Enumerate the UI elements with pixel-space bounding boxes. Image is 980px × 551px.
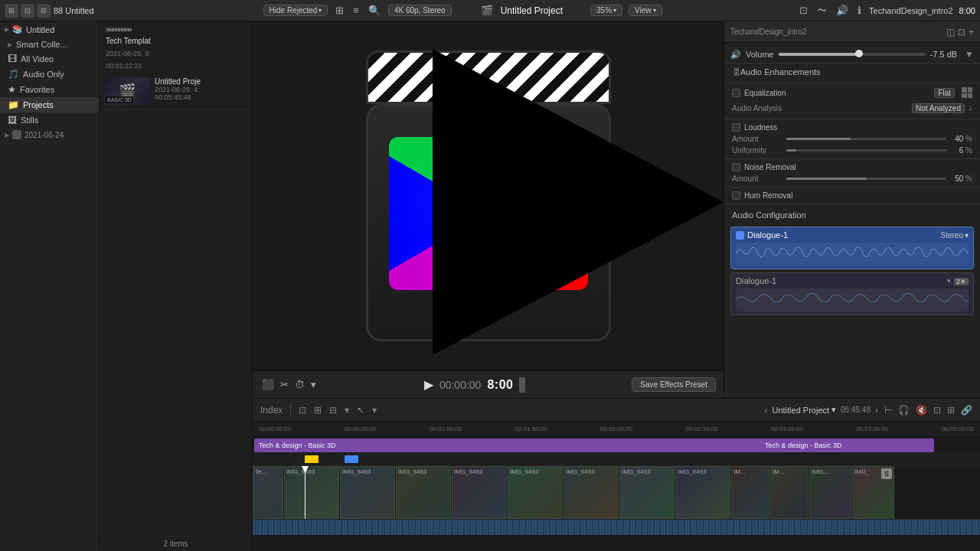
uniformity-row: Uniformity 6 % bbox=[724, 145, 980, 156]
video-clip-0[interactable]: Te... bbox=[253, 466, 283, 519]
video-clip-12[interactable]: IMG_ S bbox=[852, 466, 894, 519]
clapper-screen bbox=[389, 137, 588, 290]
app-icon-1[interactable]: ⊞ bbox=[5, 4, 18, 18]
preview-canvas[interactable] bbox=[253, 21, 724, 370]
video-clip-9[interactable]: IM... bbox=[731, 466, 769, 519]
vol-expand-icon[interactable]: ▼ bbox=[965, 49, 974, 60]
list-view-icon[interactable]: ≡ bbox=[351, 3, 361, 18]
inspector-icon-1[interactable]: ◫ bbox=[946, 27, 955, 37]
waveform-icon[interactable]: 〜 bbox=[815, 2, 828, 19]
noise-amount-row: Amount 50 % bbox=[724, 173, 980, 184]
video-clip-4[interactable]: IMG_9493 bbox=[452, 466, 507, 519]
inspector-icon-3[interactable]: + bbox=[969, 27, 974, 37]
timecode-display: 8:00 bbox=[487, 378, 513, 392]
zoom-button[interactable]: 35% ▾ bbox=[590, 5, 622, 16]
inspector-icon-2[interactable]: ⊡ bbox=[958, 27, 965, 37]
clip-icon[interactable]: ⬛ bbox=[260, 377, 276, 392]
search-icon[interactable]: 🔍 bbox=[367, 3, 382, 18]
audio-config-label: Audio Configuration bbox=[732, 210, 806, 220]
tl-chevron-icon[interactable]: ▾ bbox=[831, 405, 836, 415]
top-bar: ⊞ ⊡ ⊟ 88 Untitled Hide Rejected ▾ ⊞ ≡ 🔍 … bbox=[0, 0, 980, 21]
tl-connect-icon[interactable]: 🔗 bbox=[959, 403, 974, 417]
sidebar-label-stills: Stills bbox=[21, 116, 38, 125]
browser-item-tech[interactable]: »»»»»»»» bbox=[100, 21, 252, 37]
loudness-amount-slider[interactable] bbox=[786, 138, 946, 140]
tl-select-icon[interactable]: ↖ bbox=[355, 403, 366, 417]
audio-ch1-checkbox[interactable] bbox=[736, 231, 744, 240]
sidebar-item-audio-only[interactable]: 🎵 Audio Only bbox=[0, 67, 99, 82]
noise-amount-value: 50 % bbox=[951, 174, 972, 183]
sidebar-item-projects[interactable]: 📁 Projects bbox=[0, 97, 99, 112]
monitor-icon[interactable]: ⊡ bbox=[798, 3, 809, 18]
hum-checkbox[interactable] bbox=[732, 191, 740, 200]
view-toggle-icon[interactable]: ⊞ bbox=[334, 3, 345, 18]
clip-label-10: IM... bbox=[773, 468, 785, 475]
uniformity-slider[interactable] bbox=[786, 149, 946, 152]
app-icon-3[interactable]: ⊟ bbox=[37, 4, 51, 18]
view-button[interactable]: View ▾ bbox=[629, 5, 662, 16]
grid-icon[interactable] bbox=[962, 87, 972, 98]
video-clip-1[interactable]: IMG_9493 bbox=[284, 466, 339, 519]
sidebar-item-favorites[interactable]: ★ Favorites bbox=[0, 82, 99, 97]
not-analyzed-button[interactable]: Not Analyzed bbox=[912, 103, 965, 113]
noise-amount-slider[interactable] bbox=[786, 178, 946, 180]
play-button[interactable]: ▶ bbox=[424, 377, 433, 392]
audio-ch2-chevron-icon[interactable]: ▾ bbox=[947, 277, 951, 285]
video-clip-3[interactable]: IMG_9493 bbox=[396, 466, 451, 519]
video-clip-7[interactable]: IMG_9493 bbox=[619, 466, 675, 519]
audio-channel-1[interactable]: Dialogue-1 Stereo ▾ bbox=[730, 227, 974, 269]
title-clip-2[interactable]: Tech & design - Basic 3D bbox=[762, 439, 934, 452]
video-clip-8[interactable]: IMG_9493 bbox=[675, 466, 730, 519]
filmstrip-icon[interactable]: 🎬 bbox=[479, 3, 495, 18]
browser-item-untitled[interactable]: 🎬 BASIC·3D Untitled Proje 2021-06-29, 4:… bbox=[100, 73, 252, 110]
noise-checkbox[interactable] bbox=[732, 163, 740, 171]
tl-more-icon[interactable]: ▾ bbox=[343, 403, 351, 417]
tl-nav-left[interactable]: ‹ bbox=[764, 405, 767, 416]
sidebar-item-all-video[interactable]: 🎞 All Video bbox=[0, 51, 99, 67]
index-label[interactable]: Index bbox=[259, 403, 284, 417]
tl-mute-icon[interactable]: 🔇 bbox=[914, 403, 929, 417]
eq-checkbox[interactable] bbox=[732, 89, 740, 97]
tl-headphone-icon[interactable]: 🎧 bbox=[897, 403, 911, 417]
hide-rejected-button[interactable]: Hide Rejected ▾ bbox=[263, 5, 328, 16]
tl-zoom-icon[interactable]: ⊡ bbox=[932, 403, 942, 417]
divider-2 bbox=[724, 119, 980, 119]
sidebar-item-smart-collections[interactable]: ▶ Smart Colle... bbox=[0, 37, 99, 51]
tl-group-icon[interactable]: ⊞ bbox=[312, 403, 323, 417]
ch1-chevron-icon[interactable]: ▾ bbox=[965, 231, 969, 240]
app-icon-2[interactable]: ⊡ bbox=[21, 4, 34, 18]
tl-nav-right[interactable]: › bbox=[875, 405, 878, 416]
transport-left: ⬛ ✂ ⏱ ▾ bbox=[260, 377, 318, 392]
noise-removal-row: Noise Removal bbox=[724, 161, 980, 173]
yellow-marker bbox=[305, 455, 318, 463]
tl-blade-icon[interactable]: ⊢ bbox=[883, 403, 893, 417]
loudness-checkbox[interactable] bbox=[732, 123, 740, 132]
video-clip-11[interactable]: IMG... bbox=[809, 466, 851, 519]
inspector-clip-title: TechandDesign_intro2 bbox=[869, 6, 952, 15]
tl-select-more-icon[interactable]: ▾ bbox=[371, 403, 378, 417]
audio-meter-icon[interactable]: 🔊 bbox=[835, 3, 850, 18]
sidebar-item-stills[interactable]: 🖼 Stills bbox=[0, 112, 99, 128]
more-icon[interactable]: ▾ bbox=[309, 377, 318, 392]
audio-channel-2[interactable]: Dialogue-1 ▾ 2✕ bbox=[730, 272, 974, 315]
2x-badge: 2✕ bbox=[954, 278, 969, 285]
sidebar-library[interactable]: ▶ 📚 Untitled bbox=[0, 21, 99, 37]
resolution-button[interactable]: 4K 60p, Stereo bbox=[388, 5, 452, 16]
video-clip-2[interactable]: IMG_9493 bbox=[340, 466, 395, 519]
title-clip-1[interactable]: Tech & design - Basic 3D bbox=[254, 439, 827, 452]
clip-label-12: IMG_ bbox=[854, 468, 870, 475]
info-icon[interactable]: ℹ bbox=[856, 3, 863, 18]
tl-tag-icon[interactable]: ⊟ bbox=[328, 403, 338, 417]
analyze-icon[interactable]: ↓ bbox=[968, 103, 972, 113]
loudness-amount-row: Amount 40 % bbox=[724, 133, 980, 145]
volume-slider[interactable] bbox=[779, 53, 926, 56]
tl-snap-icon[interactable]: ⊞ bbox=[946, 403, 956, 417]
video-clip-6[interactable]: IMG_9493 bbox=[564, 466, 619, 519]
video-clip-10[interactable]: IM... bbox=[770, 466, 808, 519]
speed-icon[interactable]: ⏱ bbox=[293, 377, 306, 392]
save-effects-button[interactable]: Save Effects Preset bbox=[632, 377, 716, 392]
trim-icon[interactable]: ✂ bbox=[279, 377, 290, 392]
video-clip-5[interactable]: IMG_9493 bbox=[508, 466, 563, 519]
tl-clip-icon[interactable]: ⊡ bbox=[297, 403, 308, 417]
sidebar-date-group[interactable]: ▶ 2021-06-24 bbox=[0, 128, 99, 142]
